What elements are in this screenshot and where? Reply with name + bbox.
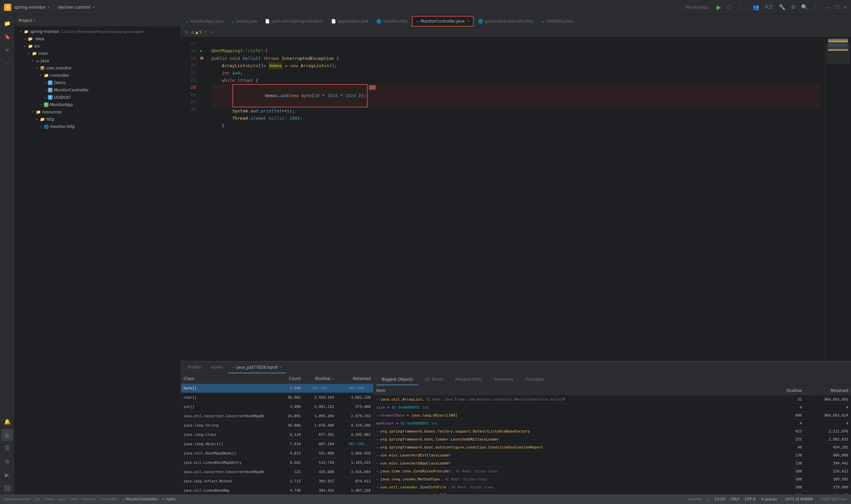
- tree-item-root[interactable]: ▾ 📁 spring-monitor C:\Users\Peter\IdeaPr…: [15, 28, 181, 35]
- right-tab-merged[interactable]: Merged Paths: [450, 374, 488, 385]
- sidebar-icon-bookmarks[interactable]: 🔖: [1, 31, 13, 42]
- tree-item-http[interactable]: ▾ 📁 http: [15, 116, 181, 123]
- obj-row-0[interactable]: → java.util.ArrayList, GC Root: Java Fra…: [374, 396, 851, 403]
- tree-item-main[interactable]: ▾ 📁 main: [15, 50, 181, 57]
- tab-pom[interactable]: 📄 pom.xml (spring-monitor): [261, 16, 326, 26]
- tree-item-src[interactable]: ▾ 📁 src: [15, 42, 181, 50]
- tree-item-demo[interactable]: → C Demo: [15, 79, 181, 87]
- indent[interactable]: 4 spaces: [761, 497, 777, 501]
- obj-row-1[interactable]: size = 92 0x0000005C int 4 4: [374, 403, 851, 412]
- project-name[interactable]: spring-monitor: [14, 5, 46, 10]
- tab-profiler[interactable]: Profiler: [183, 362, 205, 373]
- obj-row-4[interactable]: → org.springframework.beans.factory.supp…: [374, 428, 851, 435]
- tab-monitor-http[interactable]: 🌐 monitor.http: [373, 16, 411, 26]
- class-row-9[interactable]: java.util.concurrent.ConcurrentHashMap$N…: [181, 467, 373, 477]
- count-cell-6: 7,810: [277, 442, 304, 446]
- line-ending[interactable]: CRLF: [730, 497, 740, 501]
- class-row-10[interactable]: java.lang.reflect.Method 2,712 395,952 8…: [181, 477, 373, 486]
- hprof-close[interactable]: ✕: [279, 365, 282, 369]
- tab-demo[interactable]: ☕ Demo.java: [228, 16, 260, 26]
- right-tab-gcroots[interactable]: GC Roots: [419, 374, 449, 385]
- time-display[interactable]: 23:50: [715, 497, 725, 501]
- tab-monitorcontroller[interactable]: ☕ MonitorController.java ✕: [412, 16, 474, 26]
- tree-item-monitor-http[interactable]: → 🌐 monitor.http: [15, 123, 181, 130]
- right-tab-biggest[interactable]: Biggest Objects: [376, 374, 418, 385]
- tree-item-monitorcontroller[interactable]: → C MonitorController: [15, 87, 181, 94]
- plugins-icon[interactable]: ⚙: [791, 4, 796, 10]
- maximize-button[interactable]: ❐: [835, 5, 839, 10]
- breakpoint-19[interactable]: [200, 56, 203, 60]
- obj-row-2[interactable]: → elementData = java.lang.Object[109] 89…: [374, 412, 851, 419]
- tree-item-controller[interactable]: ▾ 📁 controller: [15, 72, 181, 79]
- sidebar-icon-structure[interactable]: ≡: [1, 44, 13, 56]
- tabnine-plugin[interactable]: tabnine: [688, 497, 702, 501]
- tab-generated[interactable]: 🌐 generated-requests.http: [474, 16, 537, 26]
- obj-row-7[interactable]: → sun.misc.Launcher$ExtClassLoader 130 4…: [374, 451, 851, 460]
- tab-close-mc[interactable]: ✕: [467, 19, 470, 23]
- sidebar-icon-profiler[interactable]: ◎: [1, 429, 13, 441]
- tab-monitorapp[interactable]: ☕ MonitorApp.java: [182, 16, 227, 26]
- class-row-4[interactable]: java.lang.String 36,086 1,010,408 4,334,…: [181, 421, 373, 430]
- version-control-label[interactable]: Version control: [58, 5, 90, 10]
- col-header-count[interactable]: Count: [277, 376, 304, 381]
- class-row-1[interactable]: char[] 36,465 3,919,144 3,681,138: [181, 393, 373, 402]
- sidebar-icon-settings[interactable]: ⚙: [1, 455, 13, 467]
- nav-up-arrow[interactable]: ↑: [204, 30, 207, 35]
- encoding[interactable]: UTF-8: [745, 497, 756, 501]
- tree-item-idea[interactable]: → 📂 .idea: [15, 35, 181, 42]
- obj-row-8[interactable]: → sun.misc.Launcher$AppClassLoader 138 3…: [374, 460, 851, 467]
- tree-item-monitorapp[interactable]: → C MonitorApp: [15, 101, 181, 108]
- sidebar-icon-more[interactable]: ⋯: [1, 57, 13, 69]
- tab-application[interactable]: 📄 application.yml: [327, 16, 372, 26]
- tools-icon[interactable]: 🔧: [779, 4, 785, 10]
- class-row-6[interactable]: java.lang.Object[] 7,810 667,184 967,393…: [181, 439, 373, 449]
- tree-item-resources[interactable]: ▾ 📁 resources: [15, 108, 181, 116]
- class-row-8[interactable]: java.util.LinkedHashMap$Entry 8,562 513,…: [181, 458, 373, 467]
- obj-row-12[interactable]: → com.sun.crypto.provider.SunJCE 151 136…: [374, 491, 851, 494]
- class-row-7[interactable]: java.util.HashMap$Node[] 4,013 591,000 1…: [181, 449, 373, 458]
- project-title-chevron[interactable]: ▾: [34, 19, 35, 22]
- obj-row-6[interactable]: → org.springframework.boot.autoconfigure…: [374, 444, 851, 451]
- class-row-11[interactable]: java.util.LinkedHashMap 4,746 384,426 1,…: [181, 486, 373, 494]
- count-cell-3: 24,891: [277, 414, 304, 418]
- warnings-count[interactable]: ⚠ ▲ 5: [191, 30, 202, 35]
- sidebar-icon-terminal[interactable]: ⬛: [1, 482, 13, 494]
- sidebar-icon-project[interactable]: 📁: [1, 17, 13, 29]
- tree-item-uuidutil[interactable]: → C UUIDUtil: [15, 94, 181, 101]
- right-tab-summary[interactable]: Summary: [489, 374, 519, 385]
- col-header-retained[interactable]: Retained: [337, 376, 373, 381]
- class-row-0[interactable]: byte[] 2,509 965,091... 965,090...: [181, 384, 373, 393]
- sidebar-icon-notifications[interactable]: 🔔: [1, 416, 13, 428]
- nav-down-arrow[interactable]: ↓: [210, 30, 213, 35]
- sidebar-icon-database[interactable]: 🗄: [1, 442, 13, 454]
- tab-hprof[interactable]: ☕ java_pid77828.hprof ✕: [228, 362, 286, 373]
- search-icon[interactable]: 🔍: [801, 4, 808, 10]
- tab-uuidutil[interactable]: ☕ UUIDUtil.java: [538, 16, 576, 26]
- obj-row-9[interactable]: → java.time.zone.ZoneRulesProvider, GC R…: [374, 467, 851, 475]
- obj-row-5[interactable]: → org.springframework.boot.loader.Launch…: [374, 435, 851, 444]
- monitor-app-label[interactable]: MonitorApp: [683, 4, 711, 11]
- more-button[interactable]: ⋮: [736, 4, 742, 10]
- class-row-2[interactable]: int[] 3,990 2,901,212 373,468: [181, 402, 373, 412]
- class-row-3[interactable]: java.util.concurrent.ConcurrentHashMap$N…: [181, 412, 373, 421]
- tree-item-java[interactable]: ▾ ☕ java: [15, 57, 181, 65]
- code-area[interactable]: @GetMapping(←"/info"→) public void hello…: [207, 37, 825, 361]
- translate-icon[interactable]: A文: [764, 4, 774, 11]
- users-icon[interactable]: 👥: [753, 4, 759, 10]
- obj-row-11[interactable]: → sun.util.calendar.ZoneInfoFile, GC Roo…: [374, 483, 851, 491]
- obj-row-10[interactable]: → java.lang.invoke.MethodType, GC Root: …: [374, 475, 851, 483]
- right-tab-packages[interactable]: Packages: [520, 374, 549, 385]
- sidebar-icon-run[interactable]: ▶: [1, 469, 13, 481]
- options-icon[interactable]: ⋮: [813, 4, 818, 10]
- minimap-viewport[interactable]: [827, 44, 849, 64]
- debug-button[interactable]: ⬡: [726, 4, 731, 10]
- obj-row-3[interactable]: modCount = 92 0x0000005C int 4 4: [374, 419, 851, 428]
- minimize-button[interactable]: —: [827, 5, 831, 10]
- tree-item-com-monitor[interactable]: ▾ 📦 com.monitor: [15, 65, 181, 72]
- tabs-more-button[interactable]: ⋮: [840, 19, 850, 24]
- col-header-shallow[interactable]: Shallow ↓: [304, 376, 337, 381]
- close-button[interactable]: ✕: [843, 5, 847, 10]
- class-row-5[interactable]: java.lang.Class 8,124 877,392 4,295,982: [181, 430, 373, 439]
- tab-home[interactable]: Home: [207, 362, 227, 373]
- run-button[interactable]: ▶: [717, 4, 721, 11]
